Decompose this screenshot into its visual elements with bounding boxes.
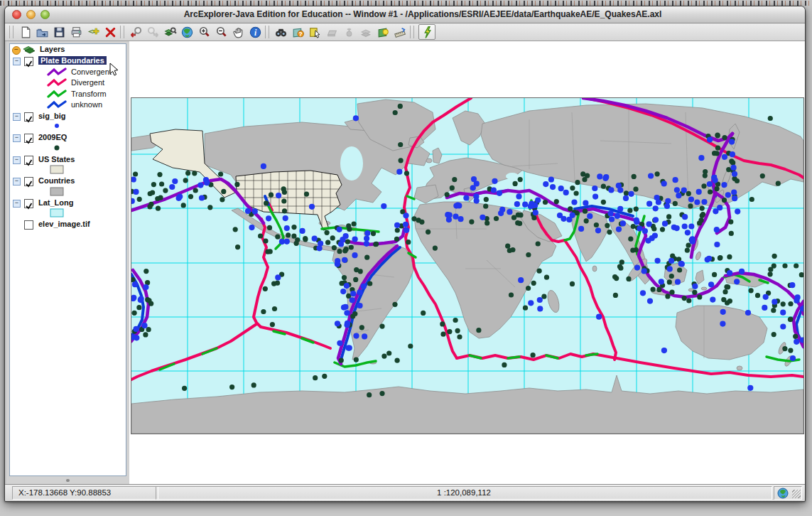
zoom-previous-button[interactable] — [127, 24, 144, 40]
open-project-button[interactable] — [33, 24, 50, 40]
layer-visibility-checkbox[interactable] — [24, 112, 33, 122]
launch-tool-button[interactable] — [418, 24, 435, 40]
earthquake-point — [788, 317, 793, 322]
window-resize-grip[interactable] — [792, 490, 801, 498]
maptips-icon — [377, 26, 390, 39]
minimize-button[interactable] — [26, 10, 36, 19]
earthquake-point — [523, 306, 528, 311]
pan-button[interactable] — [229, 24, 247, 40]
print-button[interactable] — [67, 24, 85, 40]
maptips-button[interactable] — [374, 24, 391, 40]
measure-icon — [394, 26, 407, 39]
layers-root-collapse-toggle[interactable]: − — [12, 46, 21, 55]
earthquake-point — [197, 183, 203, 188]
legend-label[interactable]: Convergent — [71, 68, 112, 76]
layer-label[interactable]: Plate Boundaries — [38, 56, 107, 65]
earthquake-point — [364, 255, 369, 260]
layer-collapse-toggle[interactable]: − — [13, 178, 21, 186]
buffer-button[interactable] — [340, 24, 357, 40]
layer-collapse-toggle[interactable]: − — [13, 156, 21, 164]
select-tool-button[interactable] — [357, 24, 374, 40]
legend-label[interactable]: unknown — [71, 100, 102, 109]
legend-label[interactable]: Divergent — [71, 78, 104, 87]
earthquake-point — [499, 207, 505, 213]
layer-collapse-toggle[interactable]: − — [13, 113, 21, 121]
earthquake-point — [760, 173, 765, 178]
query-builder-button[interactable]: ? — [289, 24, 306, 40]
earthquake-point — [473, 193, 479, 199]
remove-layer-button[interactable] — [102, 24, 119, 40]
title-bar[interactable]: ArcExplorer-Java Edition for Education -… — [5, 6, 805, 23]
add-layers-button[interactable] — [85, 24, 102, 40]
earthquake-point — [669, 274, 674, 279]
layer-visibility-checkbox[interactable] — [24, 156, 33, 165]
legend-label[interactable]: Transform — [71, 90, 107, 98]
earthquake-point — [594, 222, 599, 227]
earthquake-point — [340, 289, 346, 294]
earthquake-point — [651, 226, 656, 231]
layer-row: −Lat_Long — [10, 198, 126, 209]
close-button[interactable] — [12, 10, 21, 19]
layer-label[interactable]: Countries — [38, 176, 75, 185]
zoom-full-extent-button[interactable] — [161, 24, 178, 40]
layer-label[interactable]: 2009EQ — [38, 133, 67, 141]
world-map[interactable] — [131, 98, 803, 434]
layer-visibility-checkbox[interactable] — [24, 220, 33, 230]
earthquake-point — [782, 346, 787, 351]
panel-resize-handle[interactable] — [66, 479, 70, 482]
zoom-active-layer-button[interactable] — [178, 24, 195, 40]
earthquake-point — [700, 206, 705, 211]
earthquake-point — [673, 177, 678, 183]
save-project-icon — [53, 26, 66, 39]
layer-collapse-toggle[interactable]: − — [13, 58, 21, 65]
legend-line-symbol — [47, 100, 67, 109]
layer-visibility-checkbox[interactable] — [24, 134, 33, 143]
earthquake-point — [605, 223, 610, 228]
earthquake-point — [177, 194, 183, 200]
find-button[interactable] — [272, 24, 289, 40]
layer-fill-symbol — [50, 187, 64, 196]
earthquake-point — [624, 190, 629, 195]
earthquake-point — [732, 171, 737, 177]
earthquake-point — [526, 286, 531, 291]
legend-row: Transform — [10, 89, 126, 100]
earthquake-point — [361, 284, 367, 289]
earthquake-point — [263, 238, 268, 243]
identify-button[interactable]: i — [247, 24, 264, 40]
clear-selection-button[interactable] — [323, 24, 340, 40]
earthquake-point — [729, 231, 734, 236]
layer-visibility-checkbox[interactable] — [24, 177, 33, 186]
earthquake-point — [313, 375, 318, 380]
legend-row: Divergent — [10, 77, 126, 89]
zoom-in-button[interactable] — [195, 24, 212, 40]
zoom-window-button[interactable] — [40, 10, 50, 19]
earthquake-point — [708, 189, 713, 194]
earthquake-point — [788, 348, 793, 353]
country-sri-lanka — [592, 266, 597, 272]
zoom-next-button[interactable] — [144, 24, 161, 40]
earthquake-point — [275, 281, 280, 286]
earthquake-point — [685, 248, 690, 253]
map-view[interactable] — [131, 97, 804, 434]
layer-collapse-toggle[interactable]: − — [13, 134, 21, 142]
earthquake-point — [563, 190, 569, 195]
earthquake-point — [531, 215, 536, 220]
earthquake-point — [714, 242, 720, 247]
measure-button[interactable] — [391, 24, 408, 40]
layer-label[interactable]: elev_image.tif — [38, 220, 90, 228]
earthquake-point — [453, 214, 458, 220]
layer-visibility-checkbox[interactable] — [24, 57, 33, 66]
earthquake-point — [147, 204, 152, 209]
layer-label[interactable]: Lat_Long — [38, 198, 74, 207]
layer-label[interactable]: sig_big — [38, 112, 66, 120]
select-features-button[interactable] — [306, 24, 323, 40]
layer-collapse-toggle[interactable]: − — [13, 200, 21, 208]
layer-visibility-checkbox[interactable] — [24, 199, 33, 208]
earthquake-point — [772, 264, 776, 269]
new-document-button[interactable] — [16, 24, 33, 40]
save-project-button[interactable] — [50, 24, 67, 40]
layer-label[interactable]: US States — [38, 155, 75, 163]
earthquake-point — [394, 222, 400, 228]
earthquake-point — [692, 290, 697, 295]
zoom-out-button[interactable] — [212, 24, 229, 40]
